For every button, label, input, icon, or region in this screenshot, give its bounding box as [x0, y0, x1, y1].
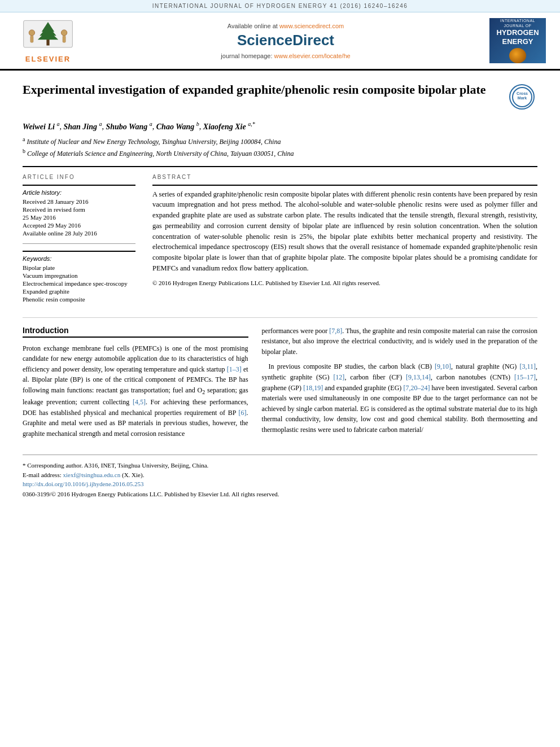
doi-link[interactable]: http://dx.doi.org/10.1016/j.ijhydene.201…: [23, 480, 144, 487]
ref-4-5[interactable]: [4,5]: [133, 398, 146, 406]
body-right-column: performances were poor [7,8]. Thus, the …: [262, 326, 537, 444]
ref-9-10[interactable]: [9,10]: [435, 362, 451, 370]
sciencedirect-brand: ScienceDirect: [96, 32, 475, 49]
intro-left-text: Proton exchange membrane fuel cells (PEM…: [23, 343, 248, 439]
ref-6[interactable]: [6]: [239, 409, 247, 417]
article-history-label: Article history:: [23, 189, 135, 196]
svg-point-5: [29, 30, 34, 36]
body-section: Introduction Proton exchange membrane fu…: [23, 317, 537, 444]
ref-9-13-14[interactable]: [9,13,14]: [406, 373, 431, 381]
abstract-text: A series of expanded graphite/phenolic r…: [152, 189, 537, 288]
keyword-1: Bipolar plate: [23, 264, 135, 271]
received-2-label: Received in revised form: [23, 206, 135, 213]
body-two-col: Introduction Proton exchange membrane fu…: [23, 326, 537, 444]
ref-18-19[interactable]: [18,19]: [303, 384, 323, 392]
elsevier-logo-section: ELSEVIER: [11, 18, 85, 63]
keywords-block: Keywords: Bipolar plate Vacuum impregnat…: [23, 251, 135, 303]
journal-logo-box: international journal of HYDROGENENERGY: [489, 18, 546, 63]
abstract-block: A series of expanded graphite/phenolic r…: [152, 185, 537, 288]
ref-1-3[interactable]: [1–3]: [227, 365, 242, 373]
journal-header-bar: INTERNATIONAL JOURNAL OF HYDROGEN ENERGY…: [0, 0, 560, 12]
abstract-copyright: © 2016 Hydrogen Energy Publications LLC.…: [152, 278, 537, 288]
center-header: Available online at www.sciencedirect.co…: [85, 23, 487, 59]
svg-point-7: [61, 30, 67, 36]
keyword-4: Expanded graphite: [23, 288, 135, 295]
article-history-block: Article history: Received 28 January 201…: [23, 185, 135, 237]
author-4-sup: b: [196, 121, 199, 127]
introduction-title: Introduction: [23, 326, 248, 338]
author-1-sup: a: [56, 121, 59, 127]
authors-section: Weiwei Li a, Shan Jing a, Shubo Wang a, …: [23, 121, 537, 132]
author-5-sup: a,*: [248, 121, 255, 127]
author-3: Shubo Wang: [106, 123, 147, 131]
abstract-header: ABSTRACT: [152, 174, 537, 180]
footer-copyright: 0360-3199/© 2016 Hydrogen Energy Publica…: [23, 491, 537, 497]
ref-3-11[interactable]: [3,11]: [519, 362, 536, 370]
ref-12[interactable]: [12]: [333, 373, 344, 381]
received-2-date: 25 May 2016: [23, 214, 135, 221]
available-online: Available online 28 July 2016: [23, 230, 135, 237]
keyword-5: Phenolic resin composite: [23, 296, 135, 303]
article-info-header: ARTICLE INFO: [23, 174, 135, 180]
article-content: Experimental investigation of expanded g…: [0, 71, 560, 509]
svg-rect-6: [30, 36, 33, 42]
keywords-label: Keywords:: [23, 255, 135, 262]
affiliation-1: a Institute of Nuclear and New Energy Te…: [23, 136, 537, 146]
article-title-section: Experimental investigation of expanded g…: [23, 82, 537, 112]
journal-homepage-line: journal homepage: www.elsevier.com/locat…: [96, 53, 475, 59]
journal-logo-main: HYDROGENENERGY: [496, 28, 539, 46]
journal-citation: INTERNATIONAL JOURNAL OF HYDROGEN ENERGY…: [152, 3, 408, 9]
title-divider: [23, 166, 537, 167]
author-2: Shan Jing: [63, 123, 97, 131]
email-note: E-mail address: xiexf@tsinghua.edu.cn (X…: [23, 470, 537, 480]
abstract-column: ABSTRACT A series of expanded graphite/p…: [152, 174, 537, 304]
ref-7-8[interactable]: [7,8]: [329, 327, 342, 335]
email-link[interactable]: xiexf@tsinghua.edu.cn: [63, 471, 120, 478]
author-2-sup: a: [99, 121, 102, 127]
journal-homepage-url[interactable]: www.elsevier.com/locate/he: [274, 53, 351, 59]
brand-direct: Direct: [292, 32, 334, 49]
author-3-sup: a: [150, 121, 152, 127]
ref-7-20-24[interactable]: [7,20–24]: [403, 384, 430, 392]
elsevier-brand-text: ELSEVIER: [25, 55, 71, 63]
received-1: Received 28 January 2016: [23, 198, 135, 205]
crossmark-icon: Cross Mark: [509, 84, 535, 110]
keyword-3: Electrochemical impedance spec-troscopy: [23, 280, 135, 287]
svg-text:Cross: Cross: [517, 91, 528, 95]
brand-science: Science: [237, 32, 292, 49]
body-left-column: Introduction Proton exchange membrane fu…: [23, 326, 248, 444]
elsevier-tree-icon: [17, 18, 79, 55]
corresponding-author-note: * Corresponding author. A316, INET, Tsin…: [23, 461, 537, 470]
publisher-header: ELSEVIER Available online at www.science…: [0, 12, 560, 71]
journal-logo: international journal of HYDROGENENERGY: [487, 18, 549, 63]
affiliation-2: b College of Materials Science and Engin…: [23, 148, 537, 158]
svg-text:Mark: Mark: [517, 96, 526, 100]
sciencedirect-url[interactable]: www.sciencedirect.com: [279, 23, 344, 29]
affiliations: a Institute of Nuclear and New Energy Te…: [23, 136, 537, 158]
author-4: Chao Wang: [156, 123, 195, 131]
keyword-2: Vacuum impregnation: [23, 272, 135, 279]
journal-logo-title: international journal of: [489, 18, 546, 28]
footer-section: * Corresponding author. A316, INET, Tsin…: [23, 455, 537, 497]
author-5: Xiaofeng Xie: [203, 123, 246, 131]
crossmark-badge: Cross Mark: [509, 84, 537, 110]
svg-rect-8: [63, 36, 65, 42]
article-title: Experimental investigation of expanded g…: [23, 82, 504, 98]
info-abstract-section: ARTICLE INFO Article history: Received 2…: [23, 174, 537, 304]
journal-logo-circle: [509, 48, 526, 63]
article-info-column: ARTICLE INFO Article history: Received 2…: [23, 174, 135, 304]
author-1: Weiwei Li: [23, 123, 55, 131]
available-text: Available online at www.sciencedirect.co…: [96, 23, 475, 29]
accepted-date: Accepted 29 May 2016: [23, 222, 135, 229]
keywords-divider: [23, 243, 135, 244]
ref-15-17[interactable]: [15–17]: [514, 373, 536, 381]
intro-right-text: performances were poor [7,8]. Thus, the …: [262, 326, 537, 435]
